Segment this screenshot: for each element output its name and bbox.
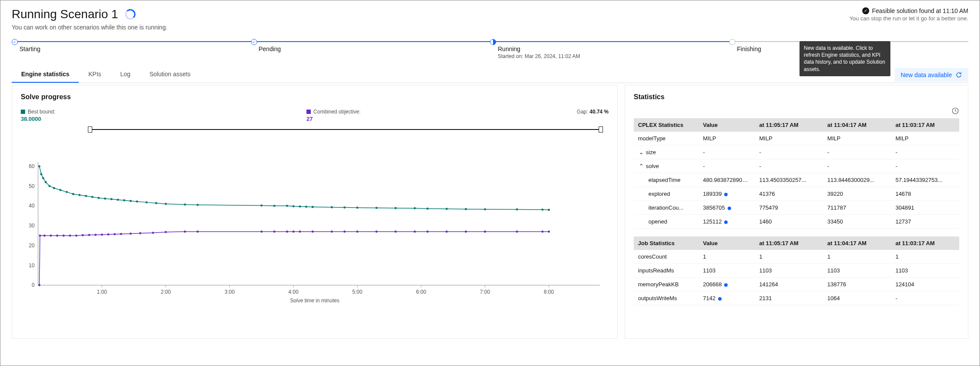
svg-point-64 (465, 208, 467, 210)
col-value-header: Value (699, 236, 755, 250)
table-row: iterationCou...3856705775479711787304891 (634, 201, 959, 215)
svg-point-72 (50, 234, 52, 236)
stat-history-value: - (755, 146, 823, 159)
svg-point-82 (113, 233, 116, 235)
col-time-header: at 11:04:17 AM (823, 236, 891, 250)
spark-icon (724, 193, 728, 196)
svg-point-104 (465, 230, 467, 233)
svg-point-46 (164, 203, 167, 205)
stat-value: - (699, 146, 755, 159)
svg-point-91 (273, 230, 275, 233)
svg-point-88 (184, 230, 186, 233)
stat-history-value: 1 (823, 250, 891, 264)
legend-best-bound-label: Best bound: (28, 109, 55, 115)
col-time-header: at 11:03:17 AM (891, 118, 959, 132)
stat-value: 206668 (699, 278, 755, 292)
loading-spinner-icon (125, 9, 135, 19)
svg-point-75 (69, 234, 71, 236)
svg-point-65 (484, 208, 486, 211)
svg-text:8:00: 8:00 (544, 289, 554, 295)
tab-solution-assets[interactable]: Solution assets (140, 66, 200, 83)
svg-text:0: 0 (32, 282, 35, 288)
legend-swatch-best-bound (21, 110, 25, 114)
stat-value: 7142 (699, 292, 755, 305)
refresh-button[interactable]: New data available (895, 68, 968, 82)
stat-value: 3856705 (699, 201, 755, 215)
svg-point-33 (72, 193, 74, 195)
svg-text:6:00: 6:00 (416, 289, 426, 295)
svg-point-100 (395, 230, 397, 233)
stat-history-value: 39220 (823, 187, 891, 201)
svg-point-73 (56, 234, 58, 236)
legend-swatch-combined (306, 110, 311, 114)
statistics-title: Statistics (634, 93, 959, 101)
stat-value: 125112 (699, 215, 755, 229)
stat-history-value: 711787 (823, 201, 891, 215)
svg-point-38 (104, 198, 106, 200)
step-label: Running (490, 45, 729, 52)
svg-point-81 (107, 233, 110, 236)
step-done-icon (12, 39, 18, 45)
stat-name: opened (634, 215, 699, 229)
svg-point-53 (299, 205, 301, 207)
stat-name: explored (634, 187, 699, 201)
table-row: memoryPeakKB206668141264138776124104 (634, 278, 959, 292)
svg-point-84 (129, 233, 132, 235)
svg-point-34 (78, 194, 81, 196)
table-row: coresCount1111 (634, 250, 959, 264)
svg-point-106 (516, 230, 518, 233)
step-label: Starting (12, 45, 251, 52)
step-done-icon (251, 39, 257, 45)
stat-history-value: 2131 (755, 292, 823, 305)
svg-text:1:00: 1:00 (97, 289, 107, 295)
svg-point-29 (48, 185, 51, 187)
stat-history-value: - (891, 146, 959, 159)
svg-point-32 (66, 191, 68, 193)
step-label: Pending (251, 45, 490, 52)
svg-point-25 (38, 165, 40, 167)
tab-engine-statistics[interactable]: Engine statistics (12, 66, 79, 83)
svg-point-28 (45, 181, 47, 183)
stat-history-value: 1 (891, 250, 959, 264)
page-title: Running Scenario 1 (12, 7, 118, 21)
stat-history-value: 1460 (755, 215, 823, 229)
col-time-header: at 11:04:17 AM (823, 118, 891, 132)
svg-point-42 (129, 200, 132, 202)
svg-point-90 (261, 230, 263, 233)
step-future-icon (729, 39, 735, 45)
tab-kpis[interactable]: KPIs (79, 66, 111, 83)
gap-label: Gap: (577, 109, 588, 115)
stat-name: modelType (634, 132, 699, 146)
svg-point-52 (292, 205, 294, 207)
table-row: opened12511214603345012737 (634, 215, 959, 229)
svg-text:4:00: 4:00 (288, 289, 299, 295)
stat-history-value: MILP (823, 132, 891, 146)
stat-history-value: MILP (755, 132, 823, 146)
svg-point-57 (343, 207, 345, 209)
svg-point-87 (164, 231, 167, 233)
svg-text:7:00: 7:00 (480, 289, 490, 295)
chevron-up-icon[interactable]: ⌃ (638, 163, 644, 169)
stat-history-value: - (823, 146, 891, 159)
chevron-down-icon[interactable]: ⌄ (638, 149, 644, 155)
svg-point-86 (152, 232, 154, 234)
stat-history-value: 14678 (891, 187, 959, 201)
stat-name: memoryPeakKB (634, 278, 699, 292)
svg-point-62 (426, 207, 429, 210)
col-name-header: Job Statistics (634, 236, 699, 250)
svg-point-48 (197, 204, 199, 206)
stat-history-value: 138776 (823, 278, 891, 292)
stat-history-value: 124104 (891, 278, 959, 292)
svg-point-76 (75, 234, 77, 236)
svg-point-98 (356, 230, 358, 233)
step-sublabel: Started on: Mar 26, 2024, 11:02 AM (490, 53, 729, 59)
history-icon[interactable] (951, 107, 959, 115)
stat-name: coresCount (634, 250, 699, 264)
stat-history-value: 1103 (755, 264, 823, 278)
svg-text:10: 10 (29, 262, 35, 269)
time-range-slider[interactable] (90, 126, 601, 133)
stat-name: ⌃solve (634, 159, 699, 173)
svg-point-78 (88, 234, 90, 236)
stat-name: outputsWriteMs (634, 292, 699, 305)
tab-log[interactable]: Log (111, 66, 140, 83)
